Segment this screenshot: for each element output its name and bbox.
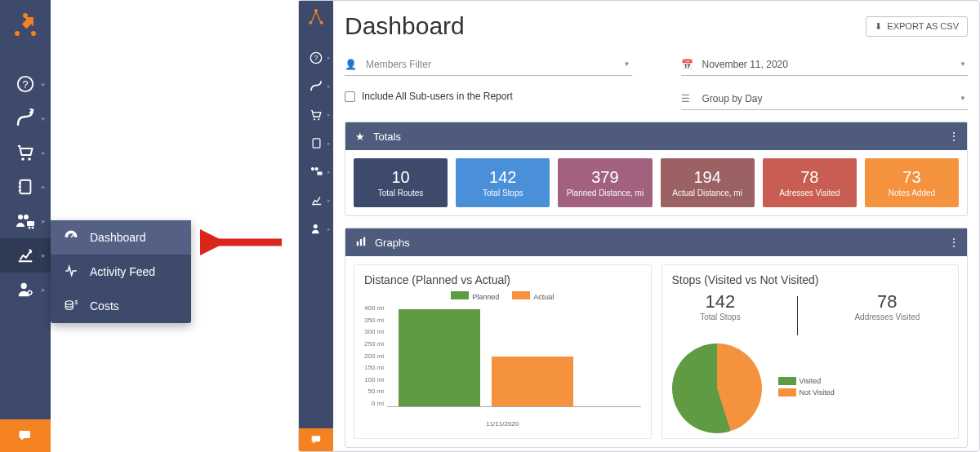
totals-card: ★ Totals ⋮ 10Total Routes142Total Stops3… [345,122,968,216]
app-logo[interactable] [0,0,51,51]
svg-point-2 [23,13,28,18]
svg-text:$: $ [75,299,78,304]
mini-item-analytics[interactable]: ▸ [299,186,333,215]
activity-icon [64,264,78,281]
svg-rect-7 [20,180,31,194]
card-menu-button[interactable]: ⋮ [948,130,959,143]
submenu-dashboard[interactable]: Dashboard [51,220,191,255]
svg-point-27 [318,118,319,120]
svg-point-26 [314,118,315,120]
sidebar-left: ?▸ ▸ ▸ ▸ ▸ ▸ ▸ [0,0,51,452]
stops-chart: Stops (Visited vs Not Visited) 142Total … [662,264,960,439]
svg-point-1 [31,31,36,36]
annotation-arrow [200,228,290,256]
submenu-activity-feed[interactable]: Activity Feed [51,255,191,289]
chat-button-mini[interactable] [299,428,333,451]
download-icon: ⬇ [875,21,882,32]
stat-card: 10Total Routes [354,158,448,207]
person-icon: 👤 [345,59,361,70]
stat-card: 379Planned Distance, mi [558,158,652,207]
svg-text:?: ? [314,54,318,62]
chart-icon [355,236,367,250]
svg-point-18 [65,300,73,304]
mini-item-orders[interactable]: ▸ [299,100,333,129]
app-logo-mini[interactable] [299,6,333,29]
sidebar-item-orders[interactable]: ▸ [0,135,51,170]
list-icon: ☰ [681,93,697,104]
svg-rect-33 [357,242,359,246]
chevron-right-icon: ▸ [42,80,46,88]
include-subusers-checkbox[interactable] [345,91,355,102]
graphs-card: Graphs ⋮ Distance (Planned vs Actual) Pl… [345,228,968,448]
coins-icon: $ [64,298,78,315]
svg-rect-8 [19,183,21,184]
submenu-label: Costs [90,299,119,312]
submenu-label: Dashboard [90,231,146,244]
svg-rect-9 [19,186,21,188]
svg-rect-13 [27,221,34,226]
mini-item-routes[interactable]: ▸ [299,72,333,100]
distance-legend: Planned Actual [364,291,641,301]
sidebar-mini: ?▸ ▸ ▸ ▸ ▸ ▸ ▸ [299,1,333,451]
svg-rect-28 [313,139,320,148]
star-icon: ★ [355,131,365,143]
page-title: Dashboard [345,12,465,40]
mini-item-team[interactable]: ▸ [299,157,333,186]
dropdown-icon: ▼ [624,60,630,68]
mini-item-help[interactable]: ?▸ [299,43,333,72]
svg-point-32 [313,224,317,228]
svg-point-12 [24,215,29,219]
svg-rect-10 [19,190,21,192]
stat-card: 194Actual Distance, mi [661,158,755,207]
distance-chart: Distance (Planned vs Actual) Planned Act… [354,264,652,439]
sidebar-item-routes[interactable]: ▸ [0,101,51,135]
svg-point-5 [21,157,24,161]
svg-rect-34 [360,239,362,246]
mini-item-users[interactable]: ▸ [299,215,333,243]
bar-actual [492,357,573,406]
export-csv-button[interactable]: ⬇ EXPORT AS CSV [866,16,968,37]
svg-rect-31 [317,172,322,175]
svg-point-29 [311,167,314,171]
stat-card: 142Total Stops [456,158,550,207]
svg-point-6 [28,157,31,161]
stops-legend: Visited Not Visited [778,377,835,400]
submenu-label: Activity Feed [90,265,155,278]
graphs-heading: Graphs [375,237,410,249]
sidebar-item-help[interactable]: ?▸ [0,67,51,101]
stops-pie [672,343,762,433]
sidebar-item-team[interactable]: ▸ [0,204,51,238]
analytics-submenu: Dashboard Activity Feed $ Costs [51,220,191,323]
svg-point-11 [18,215,23,219]
svg-point-17 [28,290,32,295]
submenu-costs[interactable]: $ Costs [51,289,191,323]
chat-button[interactable] [0,419,51,452]
svg-point-0 [15,31,20,36]
svg-point-14 [29,227,31,229]
sidebar-item-addressbook[interactable]: ▸ [0,170,51,204]
include-subusers-label: Include All Sub-users in the Report [362,91,513,102]
stat-card: 78Adresses Visited [763,158,857,207]
mini-item-addressbook[interactable]: ▸ [299,129,333,157]
stat-card: 73Notes Added [865,158,959,207]
dropdown-icon: ▼ [960,95,966,102]
gauge-icon [64,229,78,246]
dashboard-panel: ?▸ ▸ ▸ ▸ ▸ ▸ ▸ Dashboard ⬇ EXPORT AS CSV… [298,0,980,452]
dropdown-icon: ▼ [960,60,966,68]
svg-rect-35 [363,237,365,246]
totals-heading: Totals [373,131,401,143]
members-filter-select[interactable]: 👤 Members Filter ▼ [345,53,632,76]
svg-text:?: ? [22,78,28,91]
sidebar-item-users[interactable]: ▸ [0,273,51,307]
svg-point-30 [315,167,318,171]
bar-planned [399,309,480,406]
sidebar-item-analytics[interactable]: ▸ [0,238,51,273]
svg-point-16 [21,283,27,289]
card-menu-button[interactable]: ⋮ [948,236,959,249]
group-by-select[interactable]: ☰ Group by Day ▼ [681,87,969,110]
svg-point-15 [32,227,34,229]
calendar-icon: 📅 [681,59,697,70]
date-select[interactable]: 📅 November 11, 2020 ▼ [681,53,969,76]
